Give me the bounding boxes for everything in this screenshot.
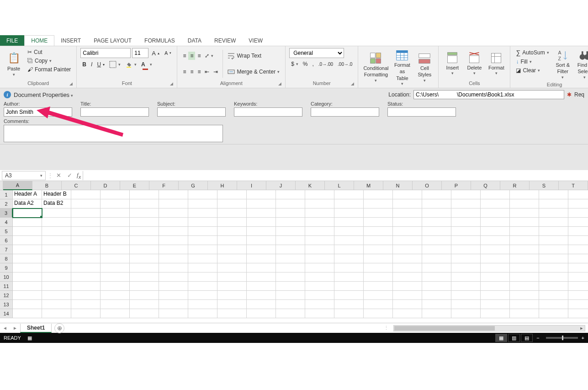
cancel-formula-button[interactable]: ✕ bbox=[53, 171, 64, 180]
cell-A6[interactable] bbox=[13, 236, 42, 245]
cell-L9[interactable] bbox=[334, 263, 364, 272]
cell-Q6[interactable] bbox=[481, 236, 510, 245]
row-header-8[interactable]: 8 bbox=[0, 254, 13, 263]
column-header-N[interactable]: N bbox=[383, 181, 413, 190]
cell-P9[interactable] bbox=[451, 263, 481, 272]
wrap-text-button[interactable]: Wrap Text bbox=[226, 51, 281, 60]
tab-view[interactable]: VIEW bbox=[242, 35, 269, 46]
decrease-indent-button[interactable]: ⇤ bbox=[203, 68, 211, 76]
find-select-button[interactable]: Find & Select bbox=[575, 48, 588, 81]
tab-page-layout[interactable]: PAGE LAYOUT bbox=[87, 35, 138, 46]
cell-P8[interactable] bbox=[451, 254, 481, 263]
cell-O14[interactable] bbox=[422, 309, 451, 318]
cell-J10[interactable] bbox=[276, 272, 305, 282]
cell-D12[interactable] bbox=[101, 291, 130, 300]
sheet-nav-prev[interactable]: ◄ bbox=[0, 323, 10, 333]
cell-K2[interactable] bbox=[305, 199, 334, 208]
cell-T11[interactable] bbox=[568, 282, 588, 291]
cell-G7[interactable] bbox=[188, 245, 217, 254]
cell-B5[interactable] bbox=[42, 227, 71, 236]
cell-P4[interactable] bbox=[451, 218, 481, 227]
cell-D8[interactable] bbox=[101, 254, 130, 263]
row-header-4[interactable]: 4 bbox=[0, 218, 13, 227]
cell-Q7[interactable] bbox=[481, 245, 510, 254]
cell-G9[interactable] bbox=[188, 263, 217, 272]
cell-C9[interactable] bbox=[71, 263, 101, 272]
cell-D14[interactable] bbox=[101, 309, 130, 318]
cell-E1[interactable] bbox=[130, 190, 159, 199]
cell-K8[interactable] bbox=[305, 254, 334, 263]
row-header-11[interactable]: 11 bbox=[0, 282, 13, 291]
column-header-A[interactable]: A bbox=[3, 181, 32, 190]
location-input[interactable] bbox=[413, 90, 564, 99]
cell-R4[interactable] bbox=[510, 218, 539, 227]
cell-M13[interactable] bbox=[364, 300, 393, 309]
cell-Q14[interactable] bbox=[481, 309, 510, 318]
cell-O7[interactable] bbox=[422, 245, 451, 254]
name-box[interactable]: A3 ▾ bbox=[2, 171, 46, 180]
paste-button[interactable]: Paste bbox=[4, 48, 24, 80]
cell-C11[interactable] bbox=[71, 282, 101, 291]
cell-L4[interactable] bbox=[334, 218, 364, 227]
row-header-9[interactable]: 9 bbox=[0, 263, 13, 272]
cell-F7[interactable] bbox=[159, 245, 188, 254]
format-as-table-button[interactable]: Format as Table bbox=[392, 48, 413, 88]
cell-J11[interactable] bbox=[276, 282, 305, 291]
cell-Q9[interactable] bbox=[481, 263, 510, 272]
cell-T14[interactable] bbox=[568, 309, 588, 318]
cell-G6[interactable] bbox=[188, 236, 217, 245]
cell-Q10[interactable] bbox=[481, 272, 510, 282]
cell-R10[interactable] bbox=[510, 272, 539, 282]
cell-Q1[interactable] bbox=[481, 190, 510, 199]
cell-J4[interactable] bbox=[276, 218, 305, 227]
cell-D1[interactable] bbox=[101, 190, 130, 199]
alignment-dialog-launcher[interactable]: ◢ bbox=[278, 81, 284, 87]
comma-button[interactable]: , bbox=[310, 60, 315, 68]
align-middle-button[interactable]: ≡ bbox=[188, 52, 195, 60]
cell-H6[interactable] bbox=[217, 236, 247, 245]
cell-L11[interactable] bbox=[334, 282, 364, 291]
row-header-10[interactable]: 10 bbox=[0, 272, 13, 282]
cell-R5[interactable] bbox=[510, 227, 539, 236]
cell-C4[interactable] bbox=[71, 218, 101, 227]
align-right-button[interactable]: ≡ bbox=[196, 68, 202, 76]
cell-R2[interactable] bbox=[510, 199, 539, 208]
cell-G11[interactable] bbox=[188, 282, 217, 291]
cell-R1[interactable] bbox=[510, 190, 539, 199]
split-handle[interactable]: ⋮ bbox=[384, 325, 390, 331]
cell-R8[interactable] bbox=[510, 254, 539, 263]
cell-R9[interactable] bbox=[510, 263, 539, 272]
font-color-button[interactable]: A bbox=[139, 60, 154, 69]
row-header-5[interactable]: 5 bbox=[0, 227, 13, 236]
delete-cells-button[interactable]: Delete bbox=[464, 48, 484, 80]
cell-I5[interactable] bbox=[247, 227, 276, 236]
tab-insert[interactable]: INSERT bbox=[54, 35, 87, 46]
sheet-nav-next[interactable]: ► bbox=[10, 323, 20, 333]
cell-H1[interactable] bbox=[217, 190, 247, 199]
column-header-B[interactable]: B bbox=[32, 181, 62, 190]
cell-S12[interactable] bbox=[539, 291, 568, 300]
cell-M8[interactable] bbox=[364, 254, 393, 263]
cell-K6[interactable] bbox=[305, 236, 334, 245]
select-all-corner[interactable] bbox=[0, 181, 3, 190]
column-header-J[interactable]: J bbox=[266, 181, 296, 190]
cell-S2[interactable] bbox=[539, 199, 568, 208]
cell-O5[interactable] bbox=[422, 227, 451, 236]
cell-T4[interactable] bbox=[568, 218, 588, 227]
tab-review[interactable]: REVIEW bbox=[208, 35, 242, 46]
cell-Q4[interactable] bbox=[481, 218, 510, 227]
cell-E8[interactable] bbox=[130, 254, 159, 263]
cell-J5[interactable] bbox=[276, 227, 305, 236]
cell-A11[interactable] bbox=[13, 282, 42, 291]
cell-J8[interactable] bbox=[276, 254, 305, 263]
scroll-right-arrow[interactable]: ► bbox=[578, 326, 585, 331]
font-dialog-launcher[interactable]: ◢ bbox=[170, 81, 175, 87]
cell-B9[interactable] bbox=[42, 263, 71, 272]
zoom-out-button[interactable]: − bbox=[536, 335, 539, 341]
cell-H4[interactable] bbox=[217, 218, 247, 227]
cell-B1[interactable]: Header B bbox=[42, 190, 71, 199]
cell-E13[interactable] bbox=[130, 300, 159, 309]
formula-input[interactable] bbox=[83, 171, 588, 180]
cell-O2[interactable] bbox=[422, 199, 451, 208]
cell-G4[interactable] bbox=[188, 218, 217, 227]
